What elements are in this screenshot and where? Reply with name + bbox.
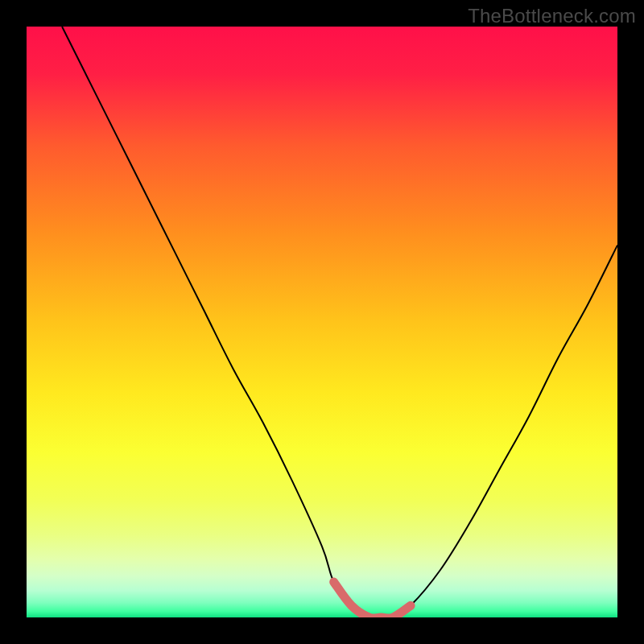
chart-stage: TheBottleneck.com	[0, 0, 644, 644]
chart-background-gradient	[27, 27, 617, 617]
watermark-text: TheBottleneck.com	[468, 5, 636, 27]
bottleneck-chart	[0, 0, 644, 644]
